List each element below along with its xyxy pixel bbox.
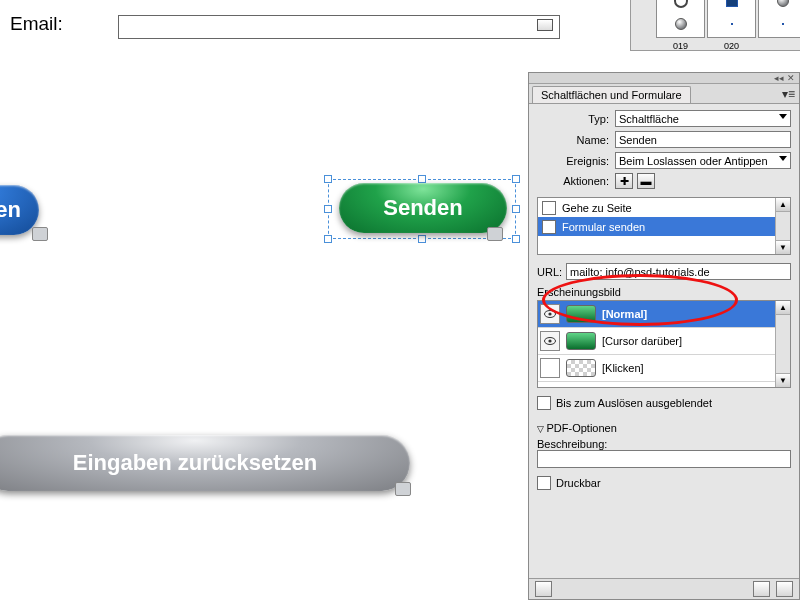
delete-icon[interactable] — [776, 581, 793, 597]
scroll-up-icon[interactable]: ▲ — [776, 301, 790, 315]
sphere-icon — [675, 18, 687, 30]
event-label: Ereignis: — [537, 155, 609, 167]
resize-handle-mid-right[interactable] — [512, 205, 520, 213]
square-icon — [726, 0, 738, 7]
panel-collapse-bar[interactable]: ◂◂ ✕ — [529, 73, 799, 84]
panel-tab-strip: Schaltflächen und Formulare ▾≡ — [529, 84, 799, 104]
action-item-label: Formular senden — [562, 221, 645, 233]
scroll-down-icon[interactable]: ▼ — [776, 373, 790, 387]
svg-point-1 — [548, 312, 551, 315]
state-label: [Cursor darüber] — [602, 335, 682, 347]
email-text-field[interactable] — [118, 15, 560, 39]
chevron-down-icon — [779, 114, 787, 119]
remove-action-button[interactable]: ▬ — [637, 173, 655, 189]
resize-handle-top-left[interactable] — [324, 175, 332, 183]
appearance-label: Erscheinungsbild — [537, 286, 791, 298]
action-checkbox[interactable] — [542, 201, 556, 215]
tab-buttons-forms[interactable]: Schaltflächen und Formulare — [532, 86, 691, 103]
resize-handle-mid-left[interactable] — [324, 205, 332, 213]
email-label: Email: — [10, 13, 63, 35]
field-options-icon[interactable] — [537, 19, 553, 31]
appearance-states-list[interactable]: [Normal] [Cursor darüber] [Klicken] ▲ ▼ — [537, 300, 791, 388]
action-checkbox[interactable]: ✓ — [542, 220, 556, 234]
preset-cell-019[interactable]: 019 — [656, 0, 705, 38]
actions-list[interactable]: Gehe zu Seite ✓ Formular senden ▲ ▼ — [537, 197, 791, 255]
reset-button[interactable]: Eingaben zurücksetzen — [0, 435, 410, 491]
name-input[interactable]: Senden — [615, 131, 791, 148]
hidden-until-trigger-checkbox[interactable] — [537, 396, 551, 410]
name-label: Name: — [537, 134, 609, 146]
action-item-goto-page[interactable]: Gehe zu Seite — [538, 198, 790, 217]
state-label: [Normal] — [602, 308, 647, 320]
chevron-down-icon — [779, 156, 787, 161]
button-anchor-icon — [487, 227, 503, 241]
panel-flyout-menu-icon[interactable]: ▾≡ — [782, 87, 795, 101]
resize-handle-top-right[interactable] — [512, 175, 520, 183]
state-thumbnail — [566, 359, 596, 377]
add-action-button[interactable]: ✚ — [615, 173, 633, 189]
state-label: [Klicken] — [602, 362, 644, 374]
pdf-options-section[interactable]: PDF-Optionen — [537, 422, 791, 434]
url-label: URL: — [537, 266, 562, 278]
resize-handle-top-mid[interactable] — [418, 175, 426, 183]
scroll-down-icon[interactable]: ▼ — [776, 240, 790, 254]
resize-handle-bottom-right[interactable] — [512, 235, 520, 243]
ring-icon — [674, 0, 688, 8]
sphere-icon — [777, 0, 789, 7]
url-input[interactable]: mailto: info@psd-tutorials.de — [566, 263, 791, 280]
visibility-toggle[interactable] — [540, 358, 560, 378]
senden-button[interactable]: Senden — [339, 183, 507, 233]
type-dropdown[interactable]: Schaltfläche — [615, 110, 791, 127]
button-anchor-icon — [32, 227, 48, 241]
document-canvas[interactable]: Email: en Senden Eingaben zurücksetzen — [0, 0, 528, 600]
states-scrollbar[interactable]: ▲ ▼ — [775, 301, 790, 387]
action-item-submit-form[interactable]: ✓ Formular senden — [538, 217, 790, 236]
type-value: Schaltfläche — [619, 113, 679, 125]
button-anchor-icon — [395, 482, 411, 496]
preset-cell-020[interactable]: 020 — [707, 0, 756, 38]
visibility-toggle[interactable] — [540, 304, 560, 324]
state-row-click[interactable]: [Klicken] — [538, 355, 790, 382]
event-value: Beim Loslassen oder Antippen — [619, 155, 768, 167]
panel-footer — [529, 578, 799, 599]
convert-to-object-icon[interactable] — [753, 581, 770, 597]
description-input[interactable] — [537, 450, 791, 468]
buttons-and-forms-panel: ◂◂ ✕ Schaltflächen und Formulare ▾≡ Typ:… — [528, 72, 800, 600]
printable-label: Druckbar — [556, 477, 601, 489]
preset-label: 019 — [657, 41, 704, 51]
state-row-hover[interactable]: [Cursor darüber] — [538, 328, 790, 355]
event-dropdown[interactable]: Beim Loslassen oder Antippen — [615, 152, 791, 169]
actions-label: Aktionen: — [537, 175, 609, 187]
actions-scrollbar[interactable]: ▲ ▼ — [775, 198, 790, 254]
state-row-normal[interactable]: [Normal] — [538, 301, 790, 328]
svg-point-3 — [548, 339, 551, 342]
state-thumbnail — [566, 305, 596, 323]
preset-label: 020 — [708, 41, 755, 51]
preset-cell-021[interactable] — [758, 0, 800, 38]
description-label: Beschreibung: — [537, 438, 791, 450]
visibility-toggle[interactable] — [540, 331, 560, 351]
resize-handle-bottom-mid[interactable] — [418, 235, 426, 243]
scroll-up-icon[interactable]: ▲ — [776, 198, 790, 212]
hidden-until-trigger-label: Bis zum Auslösen ausgeblendet — [556, 397, 712, 409]
resize-handle-bottom-left[interactable] — [324, 235, 332, 243]
state-thumbnail — [566, 332, 596, 350]
type-label: Typ: — [537, 113, 609, 125]
action-item-label: Gehe zu Seite — [562, 202, 632, 214]
preview-spread-icon[interactable] — [535, 581, 552, 597]
button-preset-strip: 019 020 — [630, 0, 800, 51]
printable-checkbox[interactable] — [537, 476, 551, 490]
